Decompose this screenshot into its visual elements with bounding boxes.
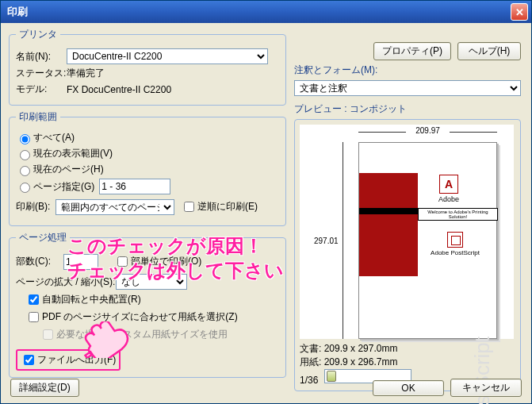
paper-size-label: 用紙: [300,356,321,367]
copies-label: 部数(C): [16,255,63,268]
close-button[interactable]: ✕ [511,3,528,21]
cancel-button[interactable]: キャンセル [450,379,522,397]
handling-group: ページ処理 部数(C): 部単位で印刷(O) ページの拡大 / 縮小(S): な… [9,231,286,378]
range-legend: 印刷範囲 [16,110,60,124]
help-button[interactable]: ヘルプ(H) [457,42,521,60]
printer-legend: プリンタ [16,28,60,41]
printer-status-label: ステータス: [16,67,67,80]
comments-label: 注釈とフォーム(M): [294,63,521,77]
print-subset-label: 印刷(B): [16,200,55,214]
postscript-logo: Adobe PostScript [431,232,480,265]
scale-label: ページの拡大 / 縮小(S): [16,275,116,289]
reverse-checkbox[interactable] [184,202,194,212]
reverse-check[interactable]: 逆順に印刷(E) [181,199,258,214]
autorotate-check[interactable]: 自動回転と中央配置(R) [25,292,279,307]
adobe-logo: AAdobe [438,175,460,203]
file-output-checkbox[interactable] [24,355,34,365]
preview-area: 209.97 297.01 AAdobe Welcome to Adobe's … [300,125,514,339]
preview-box: 209.97 297.01 AAdobe Welcome to Adobe's … [294,119,521,391]
pdfsize-check[interactable]: PDF のページサイズに合わせて用紙を選択(Z) [25,310,279,325]
printer-group: プリンタ 名前(N): DocuCentre-II C2200 ステータス: 準… [9,28,286,106]
preview-page: AAdobe Welcome to Adobe's Printing Solut… [358,142,497,339]
preview-width: 209.97 [415,126,440,135]
range-all-radio[interactable] [20,134,30,144]
print-dialog: 印刷 ✕ プリンタ 名前(N): DocuCentre-II C2200 ステー… [0,0,532,404]
printer-status-value: 準備完了 [67,67,105,80]
properties-button[interactable]: プロパティ(P) [373,42,451,60]
handling-legend: ページ処理 [16,231,70,244]
paper-size-value: 209.9 x 296.7mm [324,356,398,367]
titlebar: 印刷 ✕ [1,1,531,23]
collate-checkbox[interactable] [117,256,128,267]
doc-size-value: 209.9 x 297.0mm [324,343,398,354]
printer-name-select[interactable]: DocuCentre-II C2200 [67,48,268,64]
comments-select[interactable]: 文書と注釈 [294,80,521,96]
pdfsize-checkbox[interactable] [29,312,39,322]
advanced-button[interactable]: 詳細設定(D) [10,379,79,397]
preview-legend: プレビュー : コンポジット [294,102,521,116]
file-output-highlight: ファイルへ出力(F) [16,349,121,371]
range-pages-input[interactable] [99,179,170,194]
range-current-page[interactable]: 現在のページ(H) [16,163,279,176]
printer-model-label: モデル: [16,83,67,96]
printer-model-value: FX DocuCentre-II C2200 [67,84,171,95]
collate-check[interactable]: 部単位で印刷(O) [114,254,201,269]
range-pages-radio[interactable] [20,183,30,193]
autorotate-checkbox[interactable] [29,294,39,305]
scale-select[interactable]: なし [116,274,187,290]
print-subset-select[interactable]: 範囲内のすべてのページ [55,199,174,215]
custom-check: 必要な場合にカスタム用紙サイズを使用 [40,327,279,342]
range-current-view[interactable]: 現在の表示範囲(V) [16,147,279,160]
ok-button[interactable]: OK [373,380,444,396]
range-all[interactable]: すべて(A) [16,131,279,144]
preview-banner: Welcome to Adobe's Printing Solution! [418,208,498,221]
range-page-radio[interactable] [20,166,30,176]
range-group: 印刷範囲 すべて(A) 現在の表示範囲(V) 現在のページ(H) ページ指定(G… [9,110,286,226]
file-output-check[interactable]: ファイルへ出力(F) [21,352,116,367]
range-view-radio[interactable] [20,150,30,160]
doc-size-label: 文書: [300,343,321,354]
window-title: 印刷 [7,5,511,19]
preview-height: 297.01 [314,237,339,245]
range-pages[interactable]: ページ指定(G) [16,179,279,194]
copies-input[interactable] [63,254,98,270]
custom-checkbox [43,329,53,340]
printer-name-label: 名前(N): [16,50,67,63]
